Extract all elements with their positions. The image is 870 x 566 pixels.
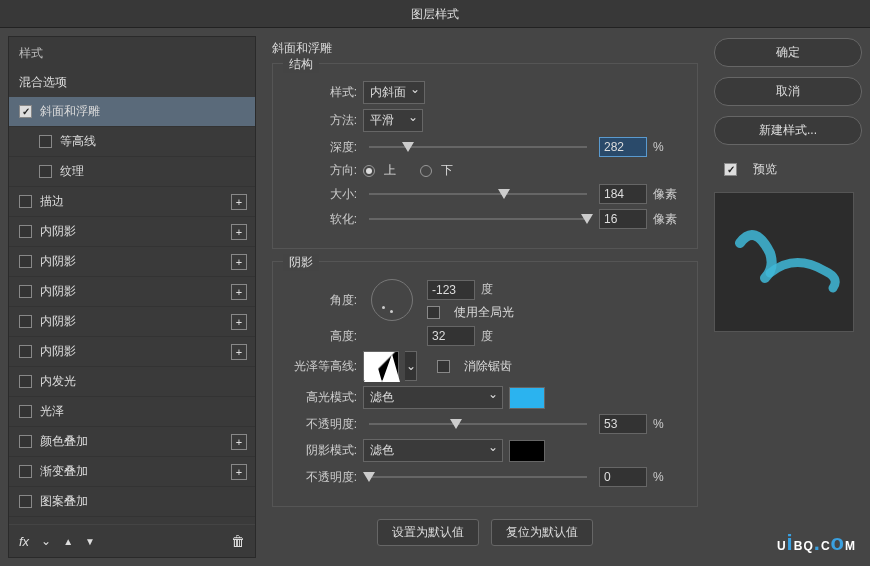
gloss-contour-picker[interactable] <box>363 351 399 381</box>
style-item-2[interactable]: 纹理 <box>9 157 255 187</box>
altitude-input[interactable]: 32 <box>427 326 475 346</box>
angle-wheel[interactable] <box>371 279 413 321</box>
main-area: 样式 混合选项 斜面和浮雕等高线纹理描边+内阴影+内阴影+内阴影+内阴影+内阴影… <box>0 28 870 566</box>
reset-default-button[interactable]: 复位为默认值 <box>491 519 593 546</box>
soften-label: 软化: <box>287 211 357 228</box>
new-style-button[interactable]: 新建样式... <box>714 116 862 145</box>
move-down-icon[interactable]: ▼ <box>85 536 95 547</box>
shadow-opacity-label: 不透明度: <box>287 469 357 486</box>
right-panel: 确定 取消 新建样式... 预览 <box>714 36 862 558</box>
shadow-color-swatch[interactable] <box>509 440 545 462</box>
style-checkbox[interactable] <box>19 465 32 478</box>
shadow-opacity-slider[interactable] <box>369 470 587 484</box>
add-instance-icon[interactable]: + <box>231 224 247 240</box>
structure-group: 结构 样式: 内斜面 方法: 平滑 深度: 282 % 方向: 上 <box>272 63 698 249</box>
trash-icon[interactable]: 🗑 <box>231 533 245 549</box>
direction-up-radio[interactable] <box>363 165 375 177</box>
size-label: 大小: <box>287 186 357 203</box>
move-up-icon[interactable]: ▲ <box>63 536 73 547</box>
shadow-opacity-unit: % <box>653 470 683 484</box>
soften-input[interactable]: 16 <box>599 209 647 229</box>
style-item-9[interactable]: 内发光 <box>9 367 255 397</box>
shadow-mode-label: 阴影模式: <box>287 442 357 459</box>
style-item-4[interactable]: 内阴影+ <box>9 217 255 247</box>
add-instance-icon[interactable]: + <box>231 344 247 360</box>
style-checkbox[interactable] <box>19 285 32 298</box>
styles-footer: fx ⌄ ▲ ▼ 🗑 <box>9 524 255 557</box>
add-instance-icon[interactable]: + <box>231 434 247 450</box>
global-light-checkbox[interactable] <box>427 306 440 319</box>
size-unit: 像素 <box>653 186 683 203</box>
direction-down-radio[interactable] <box>420 165 432 177</box>
style-item-7[interactable]: 内阴影+ <box>9 307 255 337</box>
depth-slider[interactable] <box>369 140 587 154</box>
style-checkbox[interactable] <box>19 435 32 448</box>
highlight-color-swatch[interactable] <box>509 387 545 409</box>
gloss-contour-chevron-icon[interactable]: ⌄ <box>405 351 417 381</box>
method-select[interactable]: 平滑 <box>363 109 423 132</box>
add-instance-icon[interactable]: + <box>231 464 247 480</box>
depth-input[interactable]: 282 <box>599 137 647 157</box>
size-slider[interactable] <box>369 187 587 201</box>
global-light-label: 使用全局光 <box>454 304 514 321</box>
style-item-5[interactable]: 内阴影+ <box>9 247 255 277</box>
soften-slider[interactable] <box>369 212 587 226</box>
size-input[interactable]: 184 <box>599 184 647 204</box>
altitude-label: 高度: <box>287 328 357 345</box>
direction-label: 方向: <box>287 162 357 179</box>
style-label: 样式: <box>287 84 357 101</box>
blending-options[interactable]: 混合选项 <box>9 68 255 97</box>
style-checkbox[interactable] <box>39 165 52 178</box>
ok-button[interactable]: 确定 <box>714 38 862 67</box>
add-instance-icon[interactable]: + <box>231 314 247 330</box>
angle-unit: 度 <box>481 281 511 298</box>
highlight-opacity-label: 不透明度: <box>287 416 357 433</box>
style-item-10[interactable]: 光泽 <box>9 397 255 427</box>
style-select[interactable]: 内斜面 <box>363 81 425 104</box>
style-item-label: 内阴影 <box>40 283 76 300</box>
style-item-label: 渐变叠加 <box>40 463 88 480</box>
style-checkbox[interactable] <box>19 315 32 328</box>
style-checkbox[interactable] <box>19 495 32 508</box>
fx-menu-chevron-icon[interactable]: ⌄ <box>41 534 51 548</box>
style-item-label: 内阴影 <box>40 253 76 270</box>
highlight-opacity-slider[interactable] <box>369 417 587 431</box>
make-default-button[interactable]: 设置为默认值 <box>377 519 479 546</box>
settings-panel: 斜面和浮雕 结构 样式: 内斜面 方法: 平滑 深度: 282 % 方向: 上 <box>266 36 704 558</box>
add-instance-icon[interactable]: + <box>231 284 247 300</box>
structure-label: 结构 <box>283 56 319 73</box>
style-item-11[interactable]: 颜色叠加+ <box>9 427 255 457</box>
cancel-button[interactable]: 取消 <box>714 77 862 106</box>
style-checkbox[interactable] <box>19 105 32 118</box>
style-checkbox[interactable] <box>19 255 32 268</box>
effect-title: 斜面和浮雕 <box>272 36 698 63</box>
style-item-label: 内发光 <box>40 373 76 390</box>
shadow-mode-select[interactable]: 滤色 <box>363 439 503 462</box>
style-checkbox[interactable] <box>19 345 32 358</box>
style-item-12[interactable]: 渐变叠加+ <box>9 457 255 487</box>
add-instance-icon[interactable]: + <box>231 194 247 210</box>
shadow-opacity-input[interactable]: 0 <box>599 467 647 487</box>
altitude-unit: 度 <box>481 328 511 345</box>
style-checkbox[interactable] <box>19 225 32 238</box>
style-checkbox[interactable] <box>19 405 32 418</box>
style-item-13[interactable]: 图案叠加 <box>9 487 255 517</box>
style-checkbox[interactable] <box>19 375 32 388</box>
direction-up-label: 上 <box>384 162 396 179</box>
style-item-8[interactable]: 内阴影+ <box>9 337 255 367</box>
preview-checkbox[interactable] <box>724 163 737 176</box>
style-checkbox[interactable] <box>19 195 32 208</box>
gloss-contour-label: 光泽等高线: <box>287 358 357 375</box>
antialias-checkbox[interactable] <box>437 360 450 373</box>
style-checkbox[interactable] <box>39 135 52 148</box>
style-item-label: 纹理 <box>60 163 84 180</box>
style-item-1[interactable]: 等高线 <box>9 127 255 157</box>
angle-input[interactable]: -123 <box>427 280 475 300</box>
highlight-opacity-input[interactable]: 53 <box>599 414 647 434</box>
style-item-0[interactable]: 斜面和浮雕 <box>9 97 255 127</box>
add-instance-icon[interactable]: + <box>231 254 247 270</box>
highlight-mode-select[interactable]: 滤色 <box>363 386 503 409</box>
style-item-3[interactable]: 描边+ <box>9 187 255 217</box>
style-item-6[interactable]: 内阴影+ <box>9 277 255 307</box>
fx-menu[interactable]: fx <box>19 534 29 549</box>
